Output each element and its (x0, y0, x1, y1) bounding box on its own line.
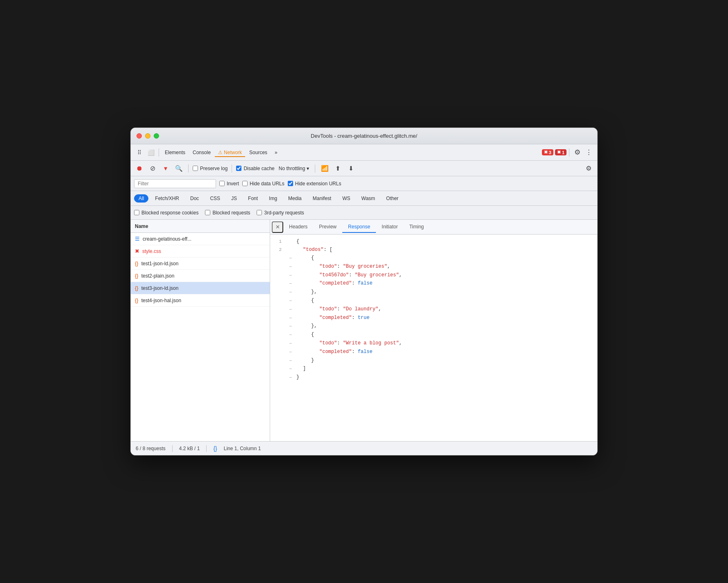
line-dash-12[interactable]: – (287, 331, 295, 339)
type-filter-doc[interactable]: Doc (186, 194, 203, 203)
download-icon[interactable]: ⬇ (346, 163, 356, 174)
search-button[interactable]: 🔍 (173, 163, 184, 174)
third-party-checkbox[interactable] (257, 210, 262, 215)
preserve-log-checkbox[interactable] (193, 166, 198, 171)
code-line-14: – "completed": false (270, 348, 597, 357)
line-dash-8[interactable]: – (287, 297, 295, 305)
type-filter-media[interactable]: Media (284, 194, 306, 203)
blocked-cookies-label[interactable]: Blocked response cookies (134, 210, 198, 216)
tab-timing[interactable]: Timing (403, 221, 430, 233)
clear-button[interactable]: ⊘ (147, 163, 158, 174)
close-button[interactable] (136, 133, 142, 139)
type-filter-font[interactable]: Font (243, 194, 262, 203)
warn-badge: ✖ 1 (555, 149, 566, 155)
file-item-test4[interactable]: {} test4-json-hal.json (131, 294, 270, 307)
throttle-selector[interactable]: No throttling ▾ (277, 164, 311, 173)
file-item-style[interactable]: ✖ style.css (131, 245, 270, 257)
blocked-requests-checkbox[interactable] (205, 210, 210, 215)
disable-cache-label[interactable]: Disable cache (236, 166, 274, 171)
line-dash-7[interactable]: – (287, 288, 295, 297)
invert-label[interactable]: Invert (219, 181, 239, 187)
tab-initiator[interactable]: Initiator (376, 221, 403, 233)
line-dash-13[interactable]: – (287, 339, 295, 348)
line-content-5: "to4567do": "Buy groceries", (295, 271, 597, 279)
filter-input[interactable] (134, 179, 216, 188)
line-dash-14[interactable]: – (287, 348, 295, 357)
line-dash-5[interactable]: – (287, 271, 295, 280)
file-item-test1[interactable]: {} test1-json-ld.json (131, 257, 270, 270)
type-filter-js[interactable]: JS (227, 194, 241, 203)
code-line-3: – { (270, 254, 597, 263)
line-num-3 (270, 254, 287, 255)
line-dash-17[interactable]: – (287, 373, 295, 382)
tab-sources[interactable]: Sources (246, 148, 271, 157)
line-dash-3[interactable]: – (287, 254, 295, 263)
main-area: Name ☰ cream-gelatinous-eff... ✖ style.c… (131, 220, 597, 441)
type-filter-ws[interactable]: WS (338, 194, 355, 203)
third-party-label[interactable]: 3rd-party requests (257, 210, 304, 216)
file-name-cream: cream-gelatinous-eff... (143, 236, 191, 242)
type-filter-all[interactable]: All (134, 194, 148, 203)
maximize-button[interactable] (154, 133, 159, 139)
disable-cache-checkbox[interactable] (236, 166, 241, 171)
line-dash-10[interactable]: – (287, 314, 295, 323)
line-dash-6[interactable]: – (287, 280, 295, 288)
json-format-icon[interactable]: {} (213, 445, 217, 452)
type-filter-wasm[interactable]: Wasm (357, 194, 380, 203)
blocked-cookies-checkbox[interactable] (134, 210, 139, 215)
upload-icon[interactable]: ⬆ (332, 163, 343, 174)
stop-recording-button[interactable]: ⏺ (134, 163, 145, 174)
warn-x-icon: ✖ (557, 150, 561, 155)
type-filter-other[interactable]: Other (382, 194, 403, 203)
settings-icon[interactable]: ⚙ (572, 147, 582, 158)
filter-button[interactable]: ▾ (160, 163, 171, 174)
network-settings-icon[interactable]: ⚙ (583, 163, 594, 174)
json-icon-3: {} (135, 285, 139, 291)
line-num-1: 1 (270, 238, 287, 246)
tab-preview[interactable]: Preview (313, 221, 342, 233)
blocked-requests-label[interactable]: Blocked requests (205, 210, 250, 216)
code-line-13: – "todo": "Write a blog post", (270, 339, 597, 348)
device-toggle-icon[interactable]: ⬜ (146, 147, 156, 158)
file-name-test1: test1-json-ld.json (141, 261, 179, 266)
tab-network-label: Network (224, 150, 242, 155)
type-filter-fetch-xhr[interactable]: Fetch/XHR (150, 194, 184, 203)
file-item-test2[interactable]: {} test2-plain.json (131, 270, 270, 282)
line-content-2: "todos": [ (295, 246, 597, 254)
hide-data-urls-checkbox[interactable] (242, 181, 248, 186)
tab-network[interactable]: ⚠ Network (215, 148, 245, 157)
minimize-button[interactable] (145, 133, 150, 139)
warn-count: 1 (562, 150, 564, 155)
tab-console-label: Console (193, 150, 211, 155)
hide-extension-urls-label[interactable]: Hide extension URLs (288, 181, 341, 187)
file-name-test3: test3-json-ld.json (141, 285, 179, 291)
close-panel-button[interactable]: ✕ (272, 221, 283, 233)
line-dash-16[interactable]: – (287, 365, 295, 373)
code-line-11: – }, (270, 322, 597, 331)
wifi-icon[interactable]: 📶 (319, 163, 330, 174)
tab-headers[interactable]: Headers (283, 221, 313, 233)
tab-response[interactable]: Response (342, 221, 376, 233)
cursor-icon[interactable]: ⠿ (134, 147, 145, 158)
invert-checkbox[interactable] (219, 181, 225, 186)
more-tabs-icon: » (275, 150, 278, 155)
more-tabs-button[interactable]: » (271, 148, 281, 157)
file-item-cream[interactable]: ☰ cream-gelatinous-eff... (131, 233, 270, 245)
error-icon: ✖ (135, 248, 139, 254)
line-dash-4[interactable]: – (287, 263, 295, 271)
traffic-lights (136, 133, 159, 139)
type-filter-img[interactable]: Img (264, 194, 282, 203)
type-filter-manifest[interactable]: Manifest (308, 194, 336, 203)
file-item-test3[interactable]: {} test3-json-ld.json (131, 282, 270, 294)
tab-elements[interactable]: Elements (162, 148, 189, 157)
hide-extension-urls-text: Hide extension URLs (295, 181, 341, 187)
hide-extension-urls-checkbox[interactable] (288, 181, 293, 186)
type-filter-css[interactable]: CSS (205, 194, 225, 203)
hide-data-urls-label[interactable]: Hide data URLs (242, 181, 284, 187)
kebab-menu-icon[interactable]: ⋮ (583, 147, 594, 158)
tab-console[interactable]: Console (189, 148, 214, 157)
line-dash-11[interactable]: – (287, 322, 295, 331)
line-dash-15[interactable]: – (287, 357, 295, 365)
line-dash-9[interactable]: – (287, 305, 295, 314)
preserve-log-label[interactable]: Preserve log (193, 166, 228, 171)
